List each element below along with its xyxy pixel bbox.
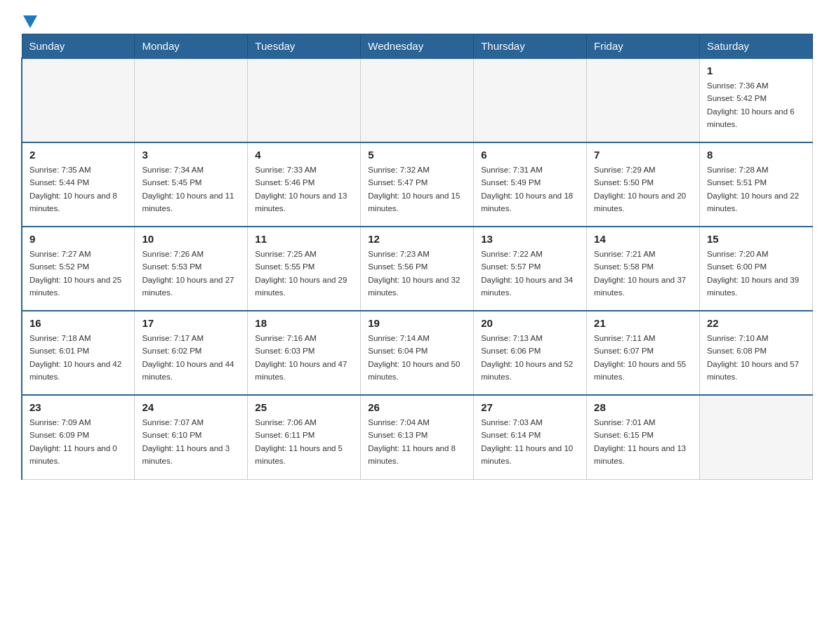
day-number: 16	[29, 317, 127, 329]
weekday-header-thursday: Thursday	[474, 34, 587, 59]
day-number: 28	[594, 401, 692, 413]
day-info: Sunrise: 7:36 AMSunset: 5:42 PMDaylight:…	[707, 79, 805, 131]
weekday-header-sunday: Sunday	[22, 34, 135, 59]
calendar-cell: 16Sunrise: 7:18 AMSunset: 6:01 PMDayligh…	[22, 311, 135, 395]
calendar-cell: 10Sunrise: 7:26 AMSunset: 5:53 PMDayligh…	[135, 227, 248, 311]
day-number: 9	[29, 233, 127, 245]
day-number: 3	[142, 149, 240, 161]
calendar-cell: 27Sunrise: 7:03 AMSunset: 6:14 PMDayligh…	[474, 395, 587, 479]
weekday-header-friday: Friday	[587, 34, 700, 59]
day-number: 15	[707, 233, 805, 245]
day-info: Sunrise: 7:14 AMSunset: 6:04 PMDaylight:…	[368, 332, 466, 384]
calendar-cell: 17Sunrise: 7:17 AMSunset: 6:02 PMDayligh…	[135, 311, 248, 395]
day-number: 17	[142, 317, 240, 329]
logo-arrow-icon	[23, 15, 37, 28]
calendar-cell: 26Sunrise: 7:04 AMSunset: 6:13 PMDayligh…	[361, 395, 474, 479]
calendar-cell: 7Sunrise: 7:29 AMSunset: 5:50 PMDaylight…	[587, 142, 700, 227]
day-number: 21	[594, 317, 692, 329]
day-info: Sunrise: 7:25 AMSunset: 5:55 PMDaylight:…	[255, 248, 353, 300]
day-info: Sunrise: 7:09 AMSunset: 6:09 PMDaylight:…	[29, 416, 127, 468]
calendar-cell: 24Sunrise: 7:07 AMSunset: 6:10 PMDayligh…	[135, 395, 248, 479]
day-info: Sunrise: 7:28 AMSunset: 5:51 PMDaylight:…	[707, 163, 805, 215]
calendar-cell: 25Sunrise: 7:06 AMSunset: 6:11 PMDayligh…	[248, 395, 361, 479]
day-number: 19	[368, 317, 466, 329]
week-row-1: 1Sunrise: 7:36 AMSunset: 5:42 PMDaylight…	[22, 58, 813, 142]
day-info: Sunrise: 7:27 AMSunset: 5:52 PMDaylight:…	[29, 248, 127, 300]
calendar-cell: 23Sunrise: 7:09 AMSunset: 6:09 PMDayligh…	[22, 395, 135, 479]
day-number: 26	[368, 401, 466, 413]
day-info: Sunrise: 7:35 AMSunset: 5:44 PMDaylight:…	[29, 163, 127, 215]
weekday-header-saturday: Saturday	[700, 34, 813, 59]
day-info: Sunrise: 7:33 AMSunset: 5:46 PMDaylight:…	[255, 163, 353, 215]
calendar-cell: 12Sunrise: 7:23 AMSunset: 5:56 PMDayligh…	[361, 227, 474, 311]
calendar-cell	[22, 58, 135, 142]
day-number: 23	[29, 401, 127, 413]
weekday-header-monday: Monday	[135, 34, 248, 59]
day-number: 25	[255, 401, 353, 413]
calendar-cell: 28Sunrise: 7:01 AMSunset: 6:15 PMDayligh…	[587, 395, 700, 479]
day-number: 7	[594, 149, 692, 161]
day-number: 5	[368, 149, 466, 161]
day-number: 18	[255, 317, 353, 329]
calendar-cell: 14Sunrise: 7:21 AMSunset: 5:58 PMDayligh…	[587, 227, 700, 311]
day-info: Sunrise: 7:22 AMSunset: 5:57 PMDaylight:…	[481, 248, 579, 300]
day-info: Sunrise: 7:16 AMSunset: 6:03 PMDaylight:…	[255, 332, 353, 384]
weekday-header-tuesday: Tuesday	[248, 34, 361, 59]
day-number: 14	[594, 233, 692, 245]
day-number: 8	[707, 149, 805, 161]
day-number: 1	[707, 65, 805, 76]
calendar-cell: 19Sunrise: 7:14 AMSunset: 6:04 PMDayligh…	[361, 311, 474, 395]
calendar-cell: 18Sunrise: 7:16 AMSunset: 6:03 PMDayligh…	[248, 311, 361, 395]
calendar-cell: 6Sunrise: 7:31 AMSunset: 5:49 PMDaylight…	[474, 142, 587, 227]
calendar-cell	[361, 58, 474, 142]
day-number: 22	[707, 317, 805, 329]
day-info: Sunrise: 7:26 AMSunset: 5:53 PMDaylight:…	[142, 248, 240, 300]
week-row-5: 23Sunrise: 7:09 AMSunset: 6:09 PMDayligh…	[22, 395, 813, 479]
calendar-cell: 11Sunrise: 7:25 AMSunset: 5:55 PMDayligh…	[248, 227, 361, 311]
day-info: Sunrise: 7:03 AMSunset: 6:14 PMDaylight:…	[481, 416, 579, 468]
day-info: Sunrise: 7:34 AMSunset: 5:45 PMDaylight:…	[142, 163, 240, 215]
day-number: 13	[481, 233, 579, 245]
calendar-cell: 4Sunrise: 7:33 AMSunset: 5:46 PMDaylight…	[248, 142, 361, 227]
day-number: 24	[142, 401, 240, 413]
day-number: 20	[481, 317, 579, 329]
day-info: Sunrise: 7:11 AMSunset: 6:07 PMDaylight:…	[594, 332, 692, 384]
day-info: Sunrise: 7:20 AMSunset: 6:00 PMDaylight:…	[707, 248, 805, 300]
calendar-cell: 9Sunrise: 7:27 AMSunset: 5:52 PMDaylight…	[22, 227, 135, 311]
day-info: Sunrise: 7:01 AMSunset: 6:15 PMDaylight:…	[594, 416, 692, 468]
day-info: Sunrise: 7:13 AMSunset: 6:06 PMDaylight:…	[481, 332, 579, 384]
day-info: Sunrise: 7:32 AMSunset: 5:47 PMDaylight:…	[368, 163, 466, 215]
logo	[21, 14, 37, 27]
week-row-3: 9Sunrise: 7:27 AMSunset: 5:52 PMDaylight…	[22, 227, 813, 311]
calendar-cell	[135, 58, 248, 142]
calendar-cell: 8Sunrise: 7:28 AMSunset: 5:51 PMDaylight…	[700, 142, 813, 227]
weekday-header-wednesday: Wednesday	[361, 34, 474, 59]
day-number: 11	[255, 233, 353, 245]
day-number: 2	[29, 149, 127, 161]
day-number: 10	[142, 233, 240, 245]
calendar-cell: 5Sunrise: 7:32 AMSunset: 5:47 PMDaylight…	[361, 142, 474, 227]
day-number: 27	[481, 401, 579, 413]
calendar-cell: 20Sunrise: 7:13 AMSunset: 6:06 PMDayligh…	[474, 311, 587, 395]
day-info: Sunrise: 7:29 AMSunset: 5:50 PMDaylight:…	[594, 163, 692, 215]
calendar-cell: 22Sunrise: 7:10 AMSunset: 6:08 PMDayligh…	[700, 311, 813, 395]
day-info: Sunrise: 7:07 AMSunset: 6:10 PMDaylight:…	[142, 416, 240, 468]
day-info: Sunrise: 7:17 AMSunset: 6:02 PMDaylight:…	[142, 332, 240, 384]
calendar-cell: 15Sunrise: 7:20 AMSunset: 6:00 PMDayligh…	[700, 227, 813, 311]
day-number: 12	[368, 233, 466, 245]
page-header	[21, 14, 813, 27]
calendar-cell: 2Sunrise: 7:35 AMSunset: 5:44 PMDaylight…	[22, 142, 135, 227]
day-info: Sunrise: 7:31 AMSunset: 5:49 PMDaylight:…	[481, 163, 579, 215]
calendar-table: SundayMondayTuesdayWednesdayThursdayFrid…	[21, 34, 813, 480]
calendar-cell: 21Sunrise: 7:11 AMSunset: 6:07 PMDayligh…	[587, 311, 700, 395]
calendar-cell	[587, 58, 700, 142]
calendar-cell: 1Sunrise: 7:36 AMSunset: 5:42 PMDaylight…	[700, 58, 813, 142]
calendar-cell	[700, 395, 813, 479]
day-info: Sunrise: 7:10 AMSunset: 6:08 PMDaylight:…	[707, 332, 805, 384]
week-row-2: 2Sunrise: 7:35 AMSunset: 5:44 PMDaylight…	[22, 142, 813, 227]
day-info: Sunrise: 7:06 AMSunset: 6:11 PMDaylight:…	[255, 416, 353, 468]
day-number: 6	[481, 149, 579, 161]
calendar-cell: 13Sunrise: 7:22 AMSunset: 5:57 PMDayligh…	[474, 227, 587, 311]
calendar-cell	[474, 58, 587, 142]
weekday-header-row: SundayMondayTuesdayWednesdayThursdayFrid…	[22, 34, 813, 59]
